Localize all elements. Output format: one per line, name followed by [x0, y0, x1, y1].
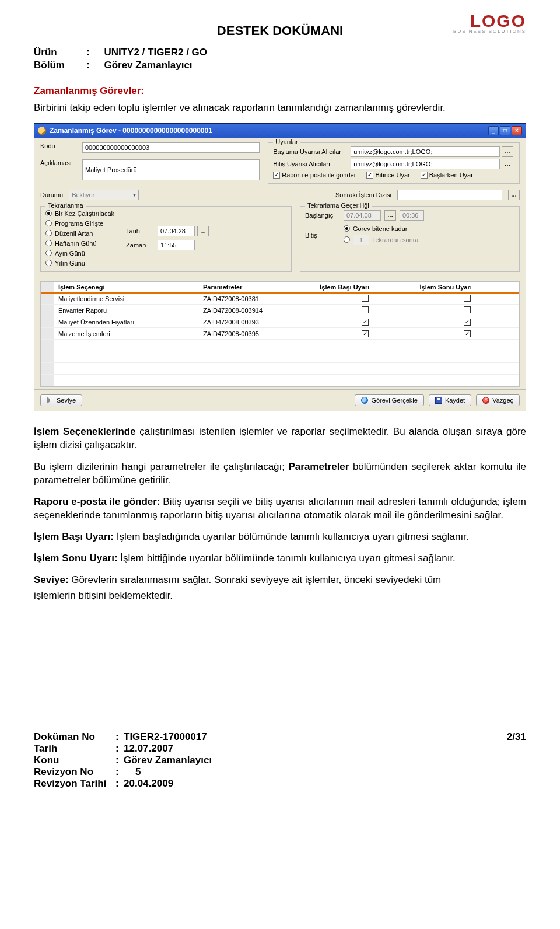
table-row[interactable] — [41, 363, 519, 375]
cell-param — [198, 375, 315, 386]
radio-tekrardan-sonra[interactable]: 1 Tekrardan sonra — [344, 235, 514, 245]
row-handle — [41, 316, 54, 328]
meta-section-value: Görev Zamanlayıcı — [104, 60, 192, 71]
sonraki-input[interactable] — [397, 190, 502, 200]
zaman-input[interactable]: 11:55 — [158, 240, 195, 250]
cell-param — [198, 351, 315, 363]
cell-son-uyari[interactable] — [415, 305, 519, 316]
bitince-uyar-chk[interactable]: ✓ Bitince Uyar — [366, 172, 410, 179]
meta-product-label: Ürün — [34, 47, 86, 58]
tarih-label: Tarih — [126, 228, 153, 235]
uyarilar-legend: Uyarılar — [273, 138, 300, 145]
table-row[interactable]: Malzeme İşlemleriZAID472008-00395✓✓ — [41, 328, 519, 340]
baslangic-label: Başlangıç — [305, 212, 338, 219]
meta-product-value: UNITY2 / TIGER2 / GO — [104, 47, 207, 58]
kaydet-button[interactable]: Kaydet — [429, 394, 471, 406]
col-bas-uyari[interactable]: İşlem Başı Uyarı — [315, 282, 415, 293]
kodu-input[interactable]: 000000000000000003 — [82, 142, 260, 153]
row-handle — [41, 305, 54, 316]
seviye-icon — [47, 397, 54, 404]
radio-haftanin-gunu[interactable]: Haftanın Günü — [46, 240, 114, 247]
revno-label: Revizyon No — [34, 766, 116, 778]
table-row[interactable] — [41, 340, 519, 351]
save-icon — [435, 397, 442, 404]
window-titlebar: Zamanlanmış Görev - 00000000000000000000… — [34, 124, 526, 138]
cell-son-uyari[interactable] — [415, 375, 519, 386]
seviye-button[interactable]: Seviye — [40, 394, 82, 406]
cell-islem — [54, 340, 198, 351]
minimize-button[interactable]: _ — [488, 126, 499, 135]
radio-ayin-gunu[interactable]: Ayın Günü — [46, 250, 114, 257]
page-number: 2/31 — [507, 731, 526, 743]
revt-value: 20.04.2009 — [124, 778, 212, 790]
meta-section: Bölüm: Görev Zamanlayıcı — [34, 60, 526, 71]
baslama-alici-input[interactable]: umityz@logo.com.tr;LOGO; — [351, 146, 500, 157]
baslarken-uyar-chk[interactable]: ✓ Başlarken Uyar — [421, 172, 473, 179]
window-title: Zamanlanmış Görev - 00000000000000000000… — [50, 127, 212, 135]
gecerlilik-legend: Tekrarlama Geçerliliği — [305, 202, 372, 209]
cell-son-uyari[interactable] — [415, 293, 519, 305]
aciklamasi-input[interactable]: Maliyet Prosedürü — [82, 159, 260, 180]
cell-son-uyari[interactable] — [415, 363, 519, 375]
close-button[interactable]: × — [512, 126, 522, 135]
sonraki-browse[interactable]: … — [508, 190, 520, 200]
cell-son-uyari[interactable]: ✓ — [415, 328, 519, 340]
radio-bir-kez[interactable]: Bir Kez Çalıştırılacak — [46, 210, 114, 217]
vazgec-button[interactable]: Vazgeç — [476, 394, 520, 406]
cell-islem: Malzeme İşlemleri — [54, 328, 198, 340]
tekrarlanma-legend: Tekrarlanma — [46, 202, 86, 209]
cell-son-uyari[interactable]: ✓ — [415, 316, 519, 328]
konu-value: Görev Zamanlayıcı — [124, 755, 212, 766]
aciklamasi-label: Açıklaması — [40, 159, 82, 166]
cell-son-uyari[interactable] — [415, 340, 519, 351]
gorevi-gercekle-button[interactable]: Görevi Gerçekle — [355, 394, 424, 406]
row-handle — [41, 293, 54, 305]
durumu-select[interactable]: Bekliyor — [69, 190, 139, 200]
cell-bas-uyari[interactable]: ✓ — [315, 328, 415, 340]
globe-icon — [361, 397, 368, 404]
maximize-button[interactable]: □ — [500, 126, 510, 135]
table-row[interactable] — [41, 351, 519, 363]
bitis-alici-label: Bitiş Uyarısı Alıcıları — [273, 160, 349, 167]
cell-bas-uyari[interactable] — [315, 375, 415, 386]
table-row[interactable]: Envanter RaporuZAID472008-003914 — [41, 305, 519, 316]
uyarilar-group: Uyarılar Başlama Uyarısı Alıcıları umity… — [268, 142, 520, 184]
bitis-alici-input[interactable]: umityz@logo.com.tr;LOGO; — [351, 159, 500, 169]
tarih-label: Tarih — [34, 743, 116, 755]
sonraki-label: Sonraki İşlem Dizisi — [335, 191, 391, 198]
col-islem[interactable]: İşlem Seçeneği — [54, 282, 198, 293]
tarih-browse[interactable]: … — [197, 226, 209, 236]
para-basi: İşlem Başı Uyarı: İşlem başladığında uya… — [34, 530, 526, 544]
cell-bas-uyari[interactable] — [315, 340, 415, 351]
cell-bas-uyari[interactable]: ✓ — [315, 316, 415, 328]
cell-bas-uyari[interactable] — [315, 293, 415, 305]
window-icon — [38, 127, 46, 135]
radio-programa-giriste[interactable]: Programa Girişte — [46, 220, 114, 227]
cell-bas-uyari[interactable] — [315, 351, 415, 363]
radio-duzenli-artan[interactable]: Düzenli Artan — [46, 230, 114, 237]
table-row[interactable]: Maliyet Üzerinden FiyatlarıZAID472008-00… — [41, 316, 519, 328]
cell-bas-uyari[interactable] — [315, 363, 415, 375]
revt-label: Revizyon Tarihi — [34, 778, 116, 790]
cell-param: ZAID472008-003914 — [198, 305, 315, 316]
baslama-alici-browse[interactable]: … — [502, 146, 513, 157]
col-param[interactable]: Parametreler — [198, 282, 315, 293]
baslangic-browse[interactable]: … — [384, 210, 396, 221]
table-row[interactable]: Maliyetlendirme ServisiZAID472008-00381 — [41, 293, 519, 305]
cell-islem: Maliyet Üzerinden Fiyatları — [54, 316, 198, 328]
islem-table: İşlem Seçeneği Parametreler İşlem Başı U… — [40, 281, 520, 387]
konu-label: Konu — [34, 755, 116, 766]
para-seviye-tail: işlemlerin bitişini beklemektedir. — [34, 589, 526, 603]
rapor-eposta-chk[interactable]: ✓ Raporu e-posta ile gönder — [273, 172, 356, 179]
col-son-uyari[interactable]: İşlem Sonu Uyarı — [415, 282, 519, 293]
dokno-value: TIGER2-17000017 — [124, 731, 212, 743]
bitis-alici-browse[interactable]: … — [502, 159, 513, 169]
radio-gorev-bitene[interactable]: Görev bitene kadar — [344, 225, 514, 232]
tarih-input[interactable]: 07.04.28 — [158, 226, 195, 236]
row-handle — [41, 363, 54, 375]
table-row[interactable] — [41, 375, 519, 386]
radio-yilin-gunu[interactable]: Yılın Günü — [46, 260, 114, 267]
rapor-eposta-label: Raporu e-posta ile gönder — [282, 172, 356, 179]
cell-son-uyari[interactable] — [415, 351, 519, 363]
cell-bas-uyari[interactable] — [315, 305, 415, 316]
